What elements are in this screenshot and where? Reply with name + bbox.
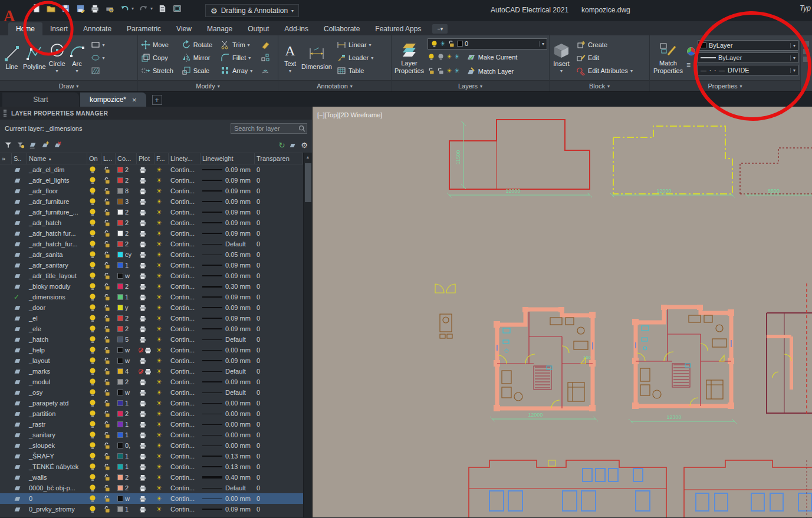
layer-on-icon[interactable] <box>89 314 96 322</box>
layer-plot-icon[interactable] <box>139 283 147 291</box>
layer-on-icon[interactable] <box>89 166 96 174</box>
text-button[interactable]: A Text ▾ <box>280 41 300 74</box>
lineweight-value[interactable]: 0.00 mm <box>225 400 251 407</box>
layer-row[interactable]: _TENKÉ nábytek 1 ☀ Contin... 0.13 mm 0 <box>0 461 303 472</box>
layer-plot-icon[interactable] <box>139 484 147 492</box>
layer-freeze-icon[interactable]: ☀ <box>156 496 162 502</box>
layer-color-swatch[interactable] <box>117 347 123 353</box>
redo-icon[interactable] <box>138 3 149 14</box>
layer-freeze-icon[interactable]: ☀ <box>156 252 162 258</box>
layer-color-swatch[interactable] <box>117 294 123 300</box>
lineweight-value[interactable]: Default <box>225 368 246 375</box>
layer-on-icon[interactable] <box>89 250 96 259</box>
layer-freeze-icon[interactable]: ☀ <box>156 464 162 470</box>
layer-transparency[interactable]: 0 <box>255 240 303 248</box>
layer-row[interactable]: _layout w ☀ Contin... 0.09 mm 0 <box>0 355 303 366</box>
layer-linetype[interactable]: Contin... <box>169 283 200 290</box>
layer-on-icon[interactable] <box>89 441 96 450</box>
layer-on-icon[interactable] <box>89 388 96 397</box>
layer-properties-button[interactable]: Layer Properties <box>393 41 425 74</box>
layer-plot-icon[interactable] <box>139 442 147 450</box>
layer-transparency[interactable]: 0 <box>255 474 303 481</box>
layer-linetype[interactable]: Contin... <box>169 219 200 226</box>
layer-row[interactable]: _ele 2 ☀ Contin... 0.09 mm 0 <box>0 324 303 334</box>
layer-transparency[interactable]: 0 <box>255 421 303 428</box>
layer-on-icon[interactable] <box>89 420 96 428</box>
lineweight-value[interactable]: 0.00 mm <box>225 410 251 417</box>
layer-transparency[interactable]: 0 <box>255 484 303 491</box>
make-current-button[interactable]: Make Current <box>465 51 519 64</box>
tab-output[interactable]: Output <box>240 22 277 35</box>
match-layer-button[interactable]: Match Layer <box>465 65 515 78</box>
layer-plot-icon[interactable] <box>139 336 147 344</box>
layer-lock-icon[interactable] <box>103 293 111 301</box>
sheet-set-icon[interactable] <box>157 3 167 14</box>
lineweight-value[interactable]: Default <box>225 389 246 396</box>
layer-linetype[interactable]: Contin... <box>169 474 200 481</box>
lineweight-value[interactable]: 0.09 mm <box>225 198 251 205</box>
layer-row[interactable]: ✓ _dimensions 1 ☀ Contin... 0.09 mm 0 <box>0 292 303 302</box>
layer-freeze-icon[interactable]: ☀ <box>156 283 162 290</box>
layer-on-icon[interactable] <box>89 431 96 439</box>
layer-color-swatch[interactable] <box>117 262 123 268</box>
layer-transparency[interactable]: 0 <box>255 219 303 226</box>
layer-plot-icon[interactable] <box>139 400 147 407</box>
tab-start[interactable]: Start <box>2 93 79 107</box>
layer-color-swatch[interactable] <box>117 199 123 204</box>
layer-linetype[interactable]: Contin... <box>169 389 200 396</box>
layer-linetype[interactable]: Contin... <box>169 293 200 301</box>
layer-lock-icon[interactable] <box>103 251 111 259</box>
rotate-button[interactable]: Rotate <box>180 38 218 51</box>
fillet-button[interactable]: Fillet ▾ <box>219 51 258 64</box>
layer-color-swatch[interactable] <box>117 252 123 258</box>
layer-freeze-icon[interactable]: ☀ <box>156 453 162 460</box>
layer-on-icon[interactable] <box>89 346 96 354</box>
array-button[interactable]: Array ▾ <box>219 64 258 77</box>
layer-lock-icon[interactable] <box>103 230 111 237</box>
layer-lock-icon[interactable] <box>103 219 111 227</box>
layer-transparency[interactable]: 0 <box>255 315 303 322</box>
layer-linetype[interactable]: Contin... <box>169 304 200 311</box>
layer-transparency[interactable]: 0 <box>255 400 303 407</box>
layer-linetype[interactable]: Contin... <box>169 198 200 205</box>
palette-titlebar[interactable]: LAYER PROPERTIES MANAGER <box>0 107 312 120</box>
layer-list-scrollbar[interactable]: ▲ <box>303 153 312 517</box>
layer-lock-icon[interactable] <box>103 177 111 184</box>
expand-filters-control[interactable]: » <box>0 153 12 164</box>
layer-color-swatch[interactable] <box>117 358 123 364</box>
layer-lock-icon[interactable] <box>103 400 111 407</box>
layer-lock-icon[interactable] <box>103 209 111 216</box>
layer-linetype[interactable]: Contin... <box>169 421 200 428</box>
new-layer-icon[interactable] <box>41 141 50 149</box>
layer-lock-icon[interactable] <box>103 410 111 418</box>
layer-transparency[interactable]: 0 <box>255 506 303 513</box>
polyline-button[interactable]: Polyline <box>22 44 47 71</box>
isolate-settings-icon[interactable] <box>289 141 297 149</box>
lineweight-value[interactable]: 0.09 mm <box>225 506 251 513</box>
layer-linetype[interactable]: Contin... <box>169 410 200 417</box>
layer-on-icon[interactable] <box>89 261 96 269</box>
layer-freeze-icon[interactable]: ☀ <box>156 209 162 216</box>
mirror-button[interactable]: Mirror <box>180 51 218 64</box>
layer-plot-icon[interactable] <box>139 230 147 237</box>
layer-freeze-icon[interactable]: ☀ <box>156 421 162 428</box>
layer-freeze-icon[interactable]: ☀ <box>156 177 162 184</box>
layer-freeze-icon[interactable]: ☀ <box>156 305 162 311</box>
layer-off-icon[interactable] <box>428 53 435 61</box>
layer-row[interactable]: _adr_furniture 3 ☀ Contin... 0.09 mm 0 <box>0 196 303 207</box>
layer-freeze-icon[interactable]: ☀ <box>156 167 162 173</box>
layer-plot-icon[interactable] <box>139 410 147 418</box>
layer-lock-icon[interactable] <box>103 198 111 206</box>
layer-search-input[interactable] <box>231 123 307 134</box>
layer-lock-icon[interactable] <box>103 304 111 312</box>
layer-freeze-icon[interactable]: ☀ <box>156 262 162 269</box>
layer-plot-icon[interactable] <box>139 251 147 259</box>
create-block-button[interactable]: Create <box>575 38 634 51</box>
save-icon[interactable] <box>60 3 71 14</box>
move-button[interactable]: Move <box>140 38 179 51</box>
lineweight-value[interactable]: 0.09 mm <box>225 378 251 385</box>
layer-linetype[interactable]: Contin... <box>169 272 200 279</box>
layer-freeze-icon[interactable]: ☀ <box>156 347 162 354</box>
layer-lock-tool-icon[interactable] <box>428 67 435 75</box>
layer-freeze-icon[interactable]: ☀ <box>156 390 162 396</box>
